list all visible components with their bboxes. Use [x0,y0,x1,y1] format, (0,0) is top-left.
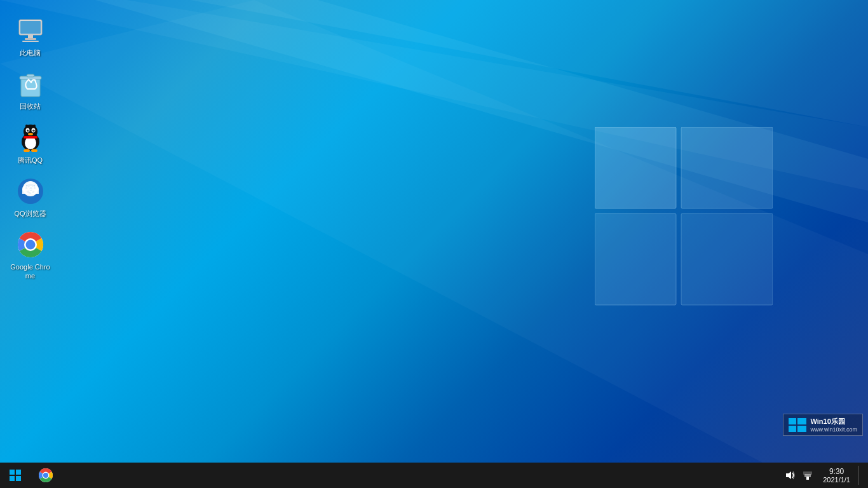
tencent-qq-label: 腾讯QQ [18,156,43,165]
svg-rect-6 [595,214,676,305]
desktop-icon-recycle-bin[interactable]: 回收站 [6,66,54,113]
svg-rect-15 [27,74,34,77]
svg-rect-44 [789,418,796,424]
desktop-icon-this-pc[interactable]: 此电脑 [6,13,54,60]
windows-logo [595,127,773,311]
svg-rect-11 [25,38,36,40]
taskbar-pinned-icons [31,463,61,488]
tray-network-icon[interactable] [800,463,815,488]
svg-rect-49 [16,470,21,475]
start-button[interactable] [0,463,31,488]
svg-rect-45 [797,418,806,424]
clock-time: 9:30 [829,467,844,476]
svg-rect-47 [797,426,806,432]
svg-rect-12 [22,41,39,42]
svg-rect-5 [681,127,773,208]
desktop-icons: 此电脑 回收站 [0,6,60,290]
desktop-icon-qq-browser[interactable]: Q QQ浏览器 [6,173,54,220]
system-tray: 9:30 2021/1/1 [782,463,868,488]
this-pc-icon [15,15,46,46]
svg-point-43 [25,240,35,250]
desktop: 此电脑 回收站 [0,0,868,463]
svg-marker-55 [786,471,791,479]
svg-point-24 [33,130,34,130]
google-chrome-icon [15,229,46,260]
svg-point-54 [43,473,48,478]
svg-point-22 [32,129,35,132]
svg-rect-50 [10,476,15,481]
desktop-icon-google-chrome[interactable]: Google Chrome [6,227,54,283]
this-pc-label: 此电脑 [20,48,41,57]
tencent-qq-icon [15,123,46,153]
show-desktop-button[interactable] [858,466,863,485]
svg-rect-7 [681,214,773,305]
svg-point-23 [27,130,28,130]
qq-browser-label: QQ浏览器 [14,209,46,218]
recycle-bin-label: 回收站 [20,102,41,111]
svg-rect-48 [10,470,15,475]
svg-marker-0 [191,0,868,127]
watermark: Win10乐园 www.win10xit.com [783,414,863,436]
taskbar-chrome-icon[interactable] [31,463,61,488]
svg-rect-4 [595,127,676,208]
taskbar: 9:30 2021/1/1 [0,463,868,488]
clock-area[interactable]: 9:30 2021/1/1 [818,463,855,488]
svg-rect-51 [16,476,21,481]
watermark-text: Win10乐园 www.win10xit.com [810,417,857,433]
clock-date: 2021/1/1 [823,476,850,484]
svg-rect-46 [789,426,796,432]
svg-rect-10 [28,35,33,38]
win10-logo-watermark [789,418,806,432]
desktop-icon-tencent-qq[interactable]: 腾讯QQ [6,120,54,167]
tray-speaker-icon[interactable] [782,463,797,488]
windows-start-icon [10,470,21,481]
google-chrome-label: Google Chrome [9,262,51,281]
svg-rect-40 [22,189,39,194]
svg-rect-58 [803,471,812,475]
svg-point-25 [28,133,33,135]
recycle-bin-icon [15,69,46,99]
svg-rect-28 [24,136,37,139]
svg-rect-9 [20,21,41,34]
qq-browser-icon: Q [15,176,46,207]
svg-point-21 [27,129,29,132]
